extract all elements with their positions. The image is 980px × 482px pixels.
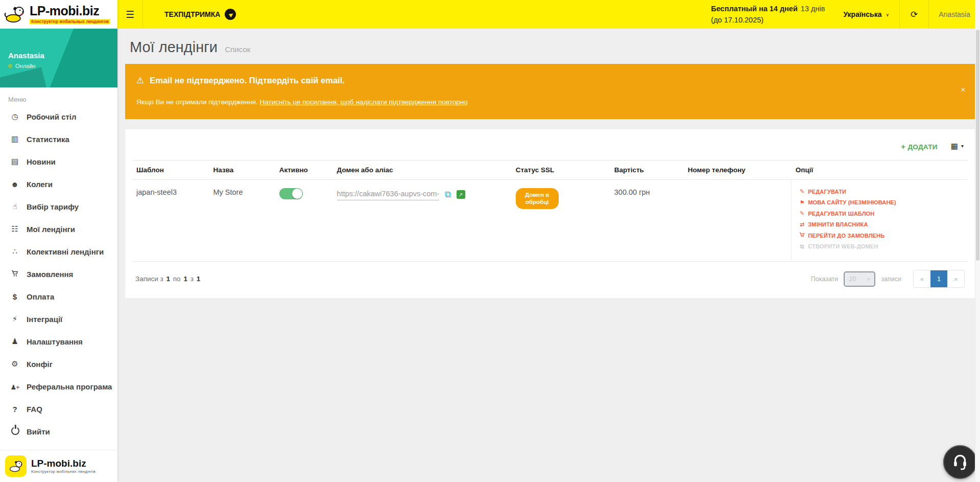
footer-logo[interactable]: LP-mobi.biz Конструктор мобільних лендін… [0,450,117,482]
sidebar-item-label: Конфіг [27,360,53,369]
option-label: СТВОРИТИ WEB-ДОМЕН [808,243,878,249]
active-toggle[interactable] [279,188,303,199]
close-icon[interactable]: × [961,85,966,94]
sidebar-menu: Меню Робочий стіл Статистика Новини Коле… [0,87,117,450]
sidebar-item-faq[interactable]: FAQ [0,398,117,420]
create-web-domain-option-link: СТВОРИТИ WEB-ДОМЕН [799,243,964,250]
page-header: Мої лендінги Список [130,39,975,56]
app-root: LP-mobi.biz Конструктор мобильных лендин… [0,0,980,482]
records-label: записи [881,276,901,283]
language-label: Українська [843,10,881,18]
edit-template-option-link[interactable]: РЕДАГУВАТИ ШАБЛОН [799,210,964,217]
online-status-dot [8,64,12,68]
brand-tagline: Конструктор мобильных лендингов [30,19,110,25]
telegram-icon[interactable]: ▶ [225,9,236,20]
refresh-button[interactable]: ⟳ [900,0,928,29]
brand-name: LP-mobi.biz [31,458,95,468]
landings-table: Шаблон Назва Активно Домен або аліас Ста… [132,160,968,262]
warning-icon: ⚠ [136,75,144,86]
column-header-name: Назва [209,160,275,180]
online-status-label: Онлайн [15,63,35,69]
menu-section-label: Меню [0,96,117,105]
scrollbar-track[interactable] [975,0,980,482]
sidebar-item-dashboard[interactable]: Робочий стіл [0,105,117,128]
cell-active [275,180,333,262]
sidebar-item-orders[interactable]: Замовлення [0,263,117,285]
columns-toggle-button[interactable]: ▦▾ [951,142,964,151]
go-to-orders-option-link[interactable]: ПЕРЕЙТИ ДО ЗАМОВЛЕНЬ [799,232,964,239]
sidebar-user-card: Anastasia Онлайн [0,29,117,87]
sidebar-item-news[interactable]: Новини [0,150,117,173]
page-size-value: 20 [849,275,856,283]
language-dropdown[interactable]: Українська ∨ [833,10,899,18]
grid-icon: ▦ [951,142,958,150]
scrollbar-thumb[interactable] [976,30,979,261]
domain-alias-input[interactable] [337,188,439,200]
sidebar-item-label: Колеги [27,180,53,189]
menu-toggle-button[interactable]: ☰ [117,0,143,29]
sidebar-item-my-landings[interactable]: Мої лендінги [0,218,117,240]
page-subtitle: Список [225,45,250,54]
refresh-icon: ⟳ [911,9,918,20]
option-label: РЕДАГУВАТИ [808,189,846,195]
page-size-select[interactable]: 20 ∨ [844,271,875,287]
sidebar-item-label: Оплата [27,292,54,301]
copy-icon[interactable]: ⧉ [445,190,451,199]
main-column: ☰ ТЕХПІДТРИМКА ▶ Бесплатный на 14 дней13… [117,0,980,482]
show-label: Показати [811,276,839,283]
option-label: ПЕРЕЙТИ ДО ЗАМОВЛЕНЬ [808,233,885,239]
cell-name: My Store [209,180,275,262]
records-text: з [190,275,194,283]
brand-tagline: Конструктор мобільних лендінгів [31,470,95,474]
chat-widget-button[interactable] [943,445,977,479]
sidebar-item-config[interactable]: Конфіг [0,353,117,375]
pagination-controls: Показати 20 ∨ записи « 1 » [811,270,965,288]
sidebar-item-integrations[interactable]: Інтеграції [0,308,117,330]
news-icon [10,157,20,166]
sidebar-item-payment[interactable]: Оплата [0,285,117,308]
logout-icon [10,427,20,437]
config-icon [10,359,20,369]
topbar: ☰ ТЕХПІДТРИМКА ▶ Бесплатный на 14 дней13… [117,0,980,29]
topbar-username[interactable]: Anastasia [929,0,980,29]
sidebar-item-referral[interactable]: Реферальна програма [0,375,117,398]
sidebar-item-label: Новини [27,157,56,166]
collective-landings-icon [10,247,20,256]
sidebar-item-tariff[interactable]: Вибір тарифу [0,195,117,218]
my-landings-icon [10,224,20,234]
trial-until-date: (до 17.10.2025) [711,16,763,24]
column-header-phone: Номер телефону [684,160,792,180]
orders-cart-icon [10,270,20,279]
resend-confirmation-link[interactable]: Натисніть це посилання, щоб надіслати пі… [260,98,468,106]
open-external-icon[interactable]: ↗ [457,190,465,199]
change-owner-option-link[interactable]: ЗМІНИТИ ВЛАСНИКА [799,221,964,228]
alert-body: Якщо Ви не отримали підтвердження. Натис… [136,98,964,106]
records-summary: Записи з 1 по 1 з 1 [135,275,201,283]
prev-page-button[interactable]: « [914,270,930,287]
site-language-option-link[interactable]: МОВА САЙТУ (НЕЗМІНЮВАНЕ) [799,199,964,206]
ssl-status-badge: Домен в обробці [516,188,559,209]
sidebar-item-colleagues[interactable]: Колеги [0,173,117,195]
option-label: ЗМІНИТИ ВЛАСНИКА [808,221,868,227]
records-text: по [173,275,181,283]
sidebar-item-label: Замовлення [27,270,73,279]
sidebar-item-label: Мої лендінги [27,225,75,234]
records-text: Записи з [135,275,163,283]
add-landing-label: ДОДАТИ [907,143,937,151]
edit-option-link[interactable]: РЕДАГУВАТИ [799,188,964,195]
sidebar-item-label: Інтеграції [27,315,62,324]
page-1-button[interactable]: 1 [930,270,947,287]
tech-support-link[interactable]: ТЕХПІДТРИМКА ▶ [164,9,236,20]
sidebar-item-collective-landings[interactable]: Колективні лендінги [0,240,117,263]
cart-icon [799,232,805,239]
records-from: 1 [166,275,171,283]
add-landing-button[interactable]: +ДОДАТИ [901,142,937,151]
next-page-button[interactable]: » [947,270,964,287]
sidebar-item-logout[interactable]: Вийти [0,420,117,443]
settings-icon [10,337,20,346]
header-logo[interactable]: LP-mobi.biz Конструктор мобильных лендин… [0,0,117,29]
sidebar-item-statistics[interactable]: Статистика [0,128,117,150]
sidebar-item-label: Статистика [27,135,69,144]
sidebar-item-settings[interactable]: Налаштування [0,330,117,353]
sidebar-item-label: FAQ [27,405,42,414]
